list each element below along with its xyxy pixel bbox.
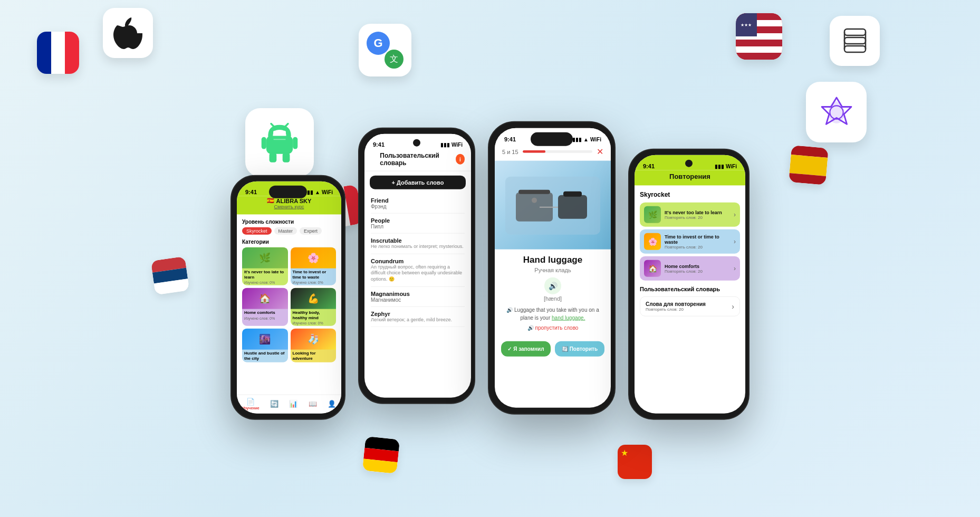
p3-progress-text: 5 и 15 <box>502 148 518 155</box>
phone2: 9:41 ▮▮▮WiFi Пользовательский словарь i … <box>358 128 475 404</box>
p1-btn-master[interactable]: Master <box>274 227 297 235</box>
p3-image <box>495 161 611 250</box>
p3-definition: 🔊 Luggage that you take with you on a pl… <box>502 306 603 322</box>
p3-close-btn[interactable]: ✕ <box>597 147 603 157</box>
p4-card-3-info: Home comforts Повторять слов: 20 <box>665 263 730 273</box>
p3-word-section: Hand luggage Ручная кладь 🔊 [hænd] 🔊 Lug… <box>495 250 611 341</box>
p1-card-5-label: Hustle and bustle of the city <box>242 350 288 362</box>
p1-card-3[interactable]: 🏠 Home comforts Изучено слов: 0% <box>242 288 288 326</box>
serbia-flag-icon <box>151 256 189 295</box>
p1-subtitle: Сменить курс <box>242 204 336 209</box>
p1-card-1[interactable]: 🌿 It's never too late to learn Изучено с… <box>242 247 288 285</box>
p2-word-conundrum[interactable]: Conundrum An трудный вопрос, often requi… <box>371 254 465 286</box>
p2-word-zephyr[interactable]: Zephyr Легкий ветерок; a gentle, mild br… <box>371 307 465 327</box>
p2-word-en-4: Conundrum <box>371 257 465 264</box>
p3-progress-track <box>523 150 592 153</box>
p1-card-3-label: Home comforts <box>242 309 288 317</box>
p4-card-3[interactable]: 🏠 Home comforts Повторять слов: 20 › <box>640 256 740 281</box>
p1-card-6-img: 🧦 <box>291 329 337 350</box>
p1-status-icons: ▮▮▮▲WiFi <box>304 189 333 195</box>
p3-def-highlight: hand luggage. <box>552 315 585 321</box>
p1-card-4[interactable]: 💪 Healthy body, healthy mind Изучено сло… <box>291 288 337 326</box>
p2-word-def-4: An трудный вопрос, often requiring a dif… <box>371 264 465 282</box>
apple-icon <box>103 8 153 58</box>
p1-nav-study[interactable]: 📄 Изучение <box>242 397 260 409</box>
p2-word-ru-5: Магнанимос <box>371 296 465 302</box>
phone3: 9:41 ▮▮▮▲WiFi 5 и 15 ✕ <box>488 121 616 415</box>
p1-card-4-label: Healthy body, healthy mind <box>291 309 337 321</box>
p4-card-1-chevron: › <box>734 211 736 218</box>
p2-word-ru-2: Пипл <box>371 224 465 229</box>
p2-word-people[interactable]: People Пипл <box>371 214 465 234</box>
p4-card-2-info: Time to invest or time to waste Повторят… <box>665 234 730 249</box>
p2-word-friend[interactable]: Friend Фрэнд <box>371 194 465 214</box>
p1-card-1-label: It's never too late to learn <box>242 269 288 281</box>
p1-card-5-img: 🌆 <box>242 329 288 350</box>
p2-status-icons: ▮▮▮WiFi <box>440 141 463 147</box>
p2-word-inscrutable[interactable]: Inscrutable Не легко понимать or interpr… <box>371 234 465 254</box>
svg-rect-21 <box>558 195 587 219</box>
p3-sound-button[interactable]: 🔊 <box>544 277 561 294</box>
p1-btn-skyrocket[interactable]: Skyrocket <box>242 227 272 235</box>
p2-word-en-1: Friend <box>371 197 465 204</box>
svg-rect-12 <box>844 46 866 52</box>
p4-card-2-name: Time to invest or time to waste <box>665 234 730 244</box>
p3-remember-btn[interactable]: ✓ Я запомнил <box>501 341 551 357</box>
p4-custom-dict-sub: Повторять слов: 20 <box>646 307 706 312</box>
p1-card-6[interactable]: 🧦 Looking for adventure <box>291 329 337 362</box>
p1-difficulty-buttons: Skyrocket Master Expert <box>242 227 336 235</box>
p1-card-4-sublabel: Изучено слов: 0% <box>291 321 337 326</box>
p3-repeat-btn[interactable]: 🔄 Повторить <box>555 341 604 357</box>
p1-card-5[interactable]: 🌆 Hustle and bustle of the city <box>242 329 288 362</box>
p4-custom-dict-card[interactable]: Слова для повторения Повторять слов: 20 … <box>640 296 740 317</box>
p1-body: Уровень сложности Skyrocket Master Exper… <box>237 215 341 379</box>
p1-card-4-img: 💪 <box>291 288 337 309</box>
france-flag-icon <box>37 32 79 74</box>
p4-card-2[interactable]: 🌸 Time to invest or time to waste Повтор… <box>640 229 740 254</box>
p2-word-magnanimous[interactable]: Magnanimous Магнанимос <box>371 286 465 307</box>
p4-card-1[interactable]: 🌿 It's never too late to learn Повторять… <box>640 203 740 227</box>
p1-difficulty-title: Уровень сложности <box>242 219 336 225</box>
p3-skip-text: пропустить слово <box>535 325 579 331</box>
p1-nav-profile[interactable]: 👤 <box>328 399 336 407</box>
p4-header: Повторения <box>635 170 745 186</box>
p3-skip[interactable]: 🔊 пропустить слово <box>502 325 603 331</box>
p4-status-icons: ▮▮▮WiFi <box>715 163 737 169</box>
p2-info-btn[interactable]: i <box>456 154 465 165</box>
svg-rect-19 <box>518 190 550 194</box>
p3-action-btns: ✓ Я запомнил 🔄 Повторить <box>495 341 611 363</box>
p1-nav-refresh[interactable]: 🔄 <box>270 399 278 407</box>
p1-nav-book[interactable]: 📖 <box>309 399 317 407</box>
p4-card-3-name: Home comforts <box>665 263 730 269</box>
p1-nav-stats[interactable]: 📊 <box>289 399 297 407</box>
p2-word-en-5: Magnanimous <box>371 290 465 296</box>
p4-custom-dict-title: Пользовательский словарь <box>640 286 740 292</box>
p1-card-1-img: 🌿 <box>242 247 288 269</box>
p4-card-1-sub: Повторять слов: 20 <box>665 215 730 219</box>
p1-card-2[interactable]: 🌸 Time to invest or time to waste Изучен… <box>291 247 337 285</box>
p3-progress-fill <box>523 150 546 153</box>
p2-add-button[interactable]: + Добавить слово <box>370 176 466 189</box>
p1-bottom-nav: 📄 Изучение 🔄 📊 📖 👤 <box>237 395 341 414</box>
p3-time: 9:41 <box>504 136 516 142</box>
p2-word-ru-1: Фрэнд <box>371 204 465 209</box>
svg-point-20 <box>532 198 537 203</box>
p1-categories-title: Категории <box>242 239 336 245</box>
p2-word-def-6: Легкий ветерок; a gentle, mild breeze. <box>371 317 465 323</box>
p3-status-icons: ▮▮▮▲WiFi <box>572 136 601 142</box>
openai-icon <box>806 82 867 142</box>
p4-custom-dict-chevron: › <box>732 302 734 311</box>
p1-btn-expert[interactable]: Expert <box>300 227 322 235</box>
p4-time: 9:41 <box>643 163 655 169</box>
p4-custom-dict-name: Слова для повторения <box>646 301 706 307</box>
germany-flag-icon <box>362 436 400 474</box>
p4-custom-dict-info: Слова для повторения Повторять слов: 20 <box>646 301 706 312</box>
p1-card-2-label: Time to invest or time to waste <box>291 269 337 281</box>
p2-header: Пользовательский словарь i <box>364 150 471 171</box>
p2-time: 9:41 <box>373 141 385 148</box>
p2-word-def-3: Не легко понимать or interpret; mysterio… <box>371 244 465 250</box>
svg-rect-10 <box>844 29 866 35</box>
p4-card-1-name: It's never too late to learn <box>665 209 730 215</box>
p3-word-main: Hand luggage <box>502 255 603 265</box>
p1-grid: 🌿 It's never too late to learn Изучено с… <box>242 247 336 362</box>
